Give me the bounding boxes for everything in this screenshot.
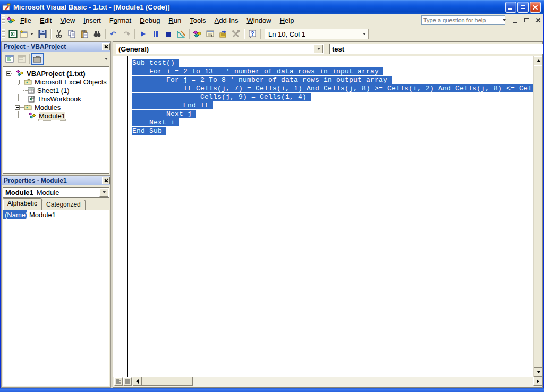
object-type: Module [37, 189, 60, 197]
save-button[interactable] [36, 28, 49, 40]
mdi-restore-button[interactable] [523, 16, 532, 24]
project-toolbar-overflow-icon[interactable] [105, 58, 108, 60]
insert-dropdown-icon[interactable] [30, 33, 33, 35]
view-excel-button[interactable] [6, 28, 19, 40]
code-line[interactable]: End Sub [132, 127, 533, 135]
run-button[interactable] [137, 28, 149, 40]
workbook-icon [28, 96, 35, 103]
undo-button[interactable] [107, 28, 120, 40]
project-explorer-panel: Project - VBAProject [1, 41, 111, 175]
scroll-up-icon[interactable] [534, 56, 542, 65]
cut-button[interactable] [53, 28, 65, 40]
position-dropdown-icon[interactable] [363, 33, 366, 35]
menubar-grip[interactable] [2, 15, 5, 25]
design-mode-button[interactable] [175, 28, 188, 40]
menu-debug[interactable]: Debug [135, 15, 164, 26]
code-text[interactable]: Sub test() For i = 2 To 13 ' number of d… [129, 56, 533, 377]
vertical-scrollbar-thumb[interactable] [534, 65, 542, 368]
restore-button[interactable] [517, 2, 529, 13]
reset-button[interactable] [162, 28, 175, 40]
scroll-down-icon[interactable] [534, 368, 542, 377]
menu-format[interactable]: Format [105, 15, 135, 26]
scroll-left-icon[interactable] [133, 377, 142, 386]
code-editor[interactable]: Sub test() For i = 2 To 13 ' number of d… [113, 56, 542, 377]
menu-view[interactable]: View [56, 15, 79, 26]
menu-file[interactable]: File [16, 15, 36, 26]
margin-indicator-bar[interactable] [113, 56, 128, 377]
property-value[interactable]: Module1 [27, 210, 56, 219]
help-button[interactable]: ? [246, 28, 259, 40]
title-bar[interactable]: Microsoft Visual Basic - 1.txt - [Module… [0, 0, 544, 14]
svg-text:?: ? [251, 30, 254, 37]
horizontal-scrollbar[interactable] [133, 377, 542, 386]
tree-item-vbaproject[interactable]: VBAProject (1.txt) [3, 69, 109, 78]
find-button[interactable] [91, 28, 104, 40]
procedure-view-button[interactable] [114, 377, 123, 386]
scroll-right-icon[interactable] [533, 377, 542, 386]
code-line[interactable]: If Cells(j, 7) = Cells(i, 1) And Cells(j… [132, 84, 533, 93]
menu-window[interactable]: Window [242, 15, 275, 26]
menu-addins[interactable]: Add-Ins [210, 15, 243, 26]
project-explorer-button[interactable] [191, 28, 204, 40]
menu-help[interactable]: Help [276, 15, 299, 26]
object-browser-button[interactable] [217, 28, 230, 40]
mdi-close-button[interactable] [534, 16, 543, 24]
break-button[interactable] [149, 28, 162, 40]
project-panel-header[interactable]: Project - VBAProject [2, 42, 110, 52]
cursor-position-box[interactable]: Ln 10, Col 1 [265, 29, 369, 39]
save-icon [38, 30, 47, 38]
question-help-box[interactable] [421, 15, 505, 25]
insert-module-button[interactable] [19, 28, 36, 40]
tree-item-sheet1[interactable]: Sheet1 (1) [3, 86, 109, 95]
project-close-icon[interactable] [102, 43, 110, 50]
toggle-folders-button[interactable] [31, 53, 44, 65]
code-line[interactable]: Next i [132, 118, 533, 127]
code-line[interactable]: For j = 2 To 8 ' number of data rows in … [132, 76, 533, 84]
vertical-scrollbar[interactable] [533, 56, 542, 377]
tree-item-excel-objects[interactable]: Microsoft Excel Objects [3, 78, 109, 86]
code-line[interactable]: For i = 2 To 13 ' number of data rows in… [132, 67, 533, 76]
property-row[interactable]: (Name) Module1 [3, 210, 109, 219]
question-dropdown-icon[interactable] [503, 19, 506, 21]
collapse-icon[interactable] [15, 105, 20, 110]
minimize-button[interactable] [505, 2, 516, 13]
mdi-minimize-button[interactable] [512, 16, 521, 24]
procedure-dropdown[interactable]: test [329, 44, 544, 54]
properties-panel: Properties - Module1 Module1 Module Alph… [1, 175, 111, 388]
menu-run[interactable]: Run [164, 15, 185, 26]
view-code-button[interactable] [3, 53, 15, 65]
full-module-view-button[interactable] [123, 377, 132, 386]
redo-button[interactable] [120, 28, 133, 40]
tree-item-modules[interactable]: Modules [3, 103, 109, 112]
copy-button[interactable] [65, 28, 78, 40]
menu-insert[interactable]: Insert [79, 15, 105, 26]
object-selector-dropdown-icon[interactable] [99, 188, 108, 197]
toolbar-grip[interactable] [2, 29, 5, 39]
code-line[interactable]: End If [132, 101, 533, 110]
code-line[interactable]: Cells(j, 9) = Cells(i, 4) [132, 93, 533, 101]
folder-icon [24, 104, 32, 111]
toolbox-button[interactable] [230, 28, 242, 40]
code-line[interactable]: Sub test() [132, 59, 533, 67]
collapse-icon[interactable] [6, 71, 11, 76]
tree-item-thisworkbook[interactable]: ThisWorkbook [3, 95, 109, 103]
properties-panel-header[interactable]: Properties - Module1 [2, 176, 110, 185]
object-dropdown[interactable]: (General) [116, 44, 324, 54]
properties-close-icon[interactable] [102, 177, 110, 184]
tab-alphabetic[interactable]: Alphabetic [3, 198, 42, 210]
object-selector[interactable]: Module1 Module [3, 187, 109, 198]
object-dropdown-icon[interactable] [314, 45, 323, 53]
mdi-child-icon[interactable] [6, 16, 16, 24]
collapse-icon[interactable] [15, 80, 20, 84]
horizontal-scrollbar-thumb[interactable] [142, 377, 193, 386]
tree-item-module1[interactable]: Module1 [3, 112, 109, 120]
question-help-input[interactable] [422, 17, 500, 23]
menu-edit[interactable]: Edit [36, 15, 56, 26]
tab-categorized[interactable]: Categorized [41, 200, 86, 210]
code-line[interactable]: Next j [132, 110, 533, 118]
menu-tools[interactable]: Tools [185, 15, 210, 26]
view-object-button[interactable] [15, 53, 28, 65]
properties-window-button[interactable] [204, 28, 217, 40]
close-button[interactable] [530, 2, 541, 13]
paste-button[interactable] [78, 28, 91, 40]
